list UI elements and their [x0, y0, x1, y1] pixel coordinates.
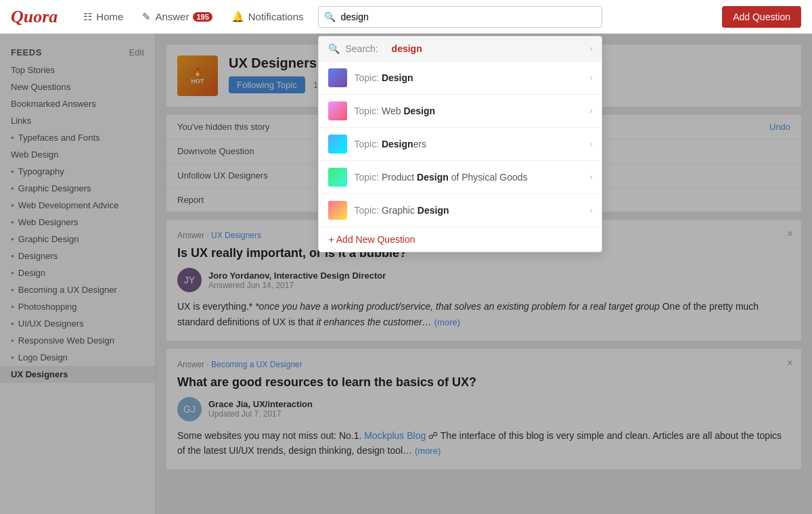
nav-home[interactable]: ☷ Home — [74, 0, 133, 34]
search-dropdown-icon: 🔍 — [328, 43, 340, 54]
add-question-button[interactable]: Add Question — [722, 6, 801, 28]
dropdown-result-3[interactable]: Topic: Product Design of Physical Goods … — [319, 161, 602, 194]
topic-product-icon — [328, 168, 347, 187]
search-prefix-label: Search: — [345, 43, 378, 54]
dropdown-result-0[interactable]: Topic: Design › — [319, 62, 602, 95]
topic-webdesign-text: Topic: Web Design — [354, 106, 583, 116]
dropdown-result-4[interactable]: Topic: Graphic Design › — [319, 194, 602, 227]
dropdown-arrow-0: › — [589, 72, 592, 83]
dropdown-arrow-3: › — [589, 172, 592, 182]
search-icon: 🔍 — [324, 11, 336, 22]
nav-answer[interactable]: ✎ Answer 195 — [133, 0, 221, 34]
dropdown-arrow-4: › — [589, 205, 592, 215]
add-new-question-row[interactable]: + Add New Question — [319, 227, 602, 252]
dropdown-result-2[interactable]: Topic: Designers › — [319, 128, 602, 161]
search-row-arrow: › — [589, 43, 592, 53]
dropdown-arrow-2: › — [589, 139, 592, 149]
home-icon: ☷ — [83, 11, 92, 23]
dropdown-result-1[interactable]: Topic: Web Design › — [319, 95, 602, 128]
topic-designers-text: Topic: Designers — [354, 139, 583, 149]
search-input[interactable] — [318, 6, 602, 28]
topic-design-text: Topic: Design — [354, 72, 583, 83]
search-dropdown: 🔍 Search: design › Topic: Design › Topic… — [318, 36, 602, 252]
topic-product-text: Topic: Product Design of Physical Goods — [354, 172, 583, 183]
edit-icon: ✎ — [142, 11, 151, 23]
dropdown-arrow-1: › — [589, 106, 592, 116]
answer-badge: 195 — [193, 12, 212, 22]
topic-webdesign-icon — [328, 101, 347, 120]
search-term-label: design — [392, 43, 422, 54]
topic-design-icon — [328, 68, 347, 87]
search-container: 🔍 🔍 Search: design › Topic: Design › To — [318, 6, 602, 28]
topic-graphic-icon — [328, 201, 347, 220]
bell-icon: 🔔 — [231, 11, 244, 23]
topic-graphic-text: Topic: Graphic Design — [354, 205, 583, 216]
search-dropdown-search-row[interactable]: 🔍 Search: design › — [319, 37, 602, 62]
topic-designers-icon — [328, 135, 347, 154]
nav-notifications[interactable]: 🔔 Notifications — [222, 0, 313, 34]
quora-logo[interactable]: Quora — [11, 7, 58, 27]
